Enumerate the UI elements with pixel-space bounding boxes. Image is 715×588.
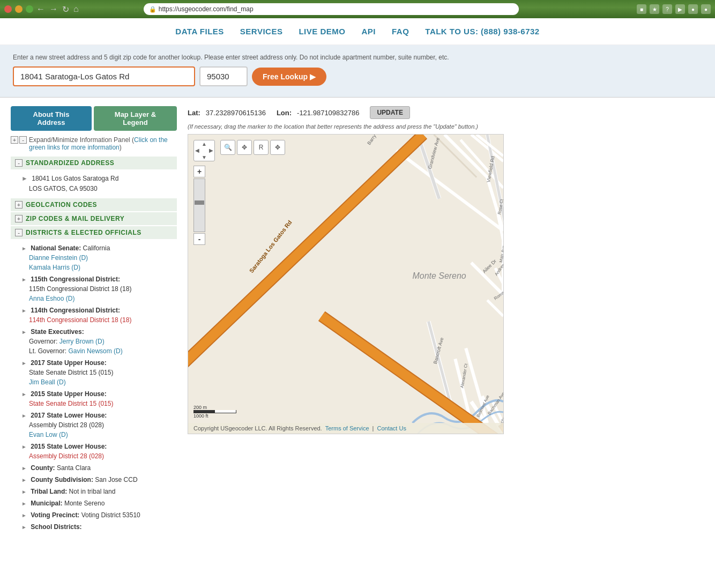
district-114th-congress: ► 114th Congressional District: 114th Co… [21,306,172,325]
county-subdivision-label: County Subdivision: [31,476,93,483]
map-footer: Copyright USgeocoder LLC. All Rights Res… [188,423,503,434]
district-2015-lower: ► 2015 State Lower House: Assembly Distr… [21,442,172,461]
voting-precinct-label: Voting Precinct: [31,511,79,519]
assembly-2015-link[interactable]: Assembly District 28 (028) [29,452,104,460]
section-title-districts: DISTRICTS & ELECTED OFFICIALS [26,229,141,236]
address-input[interactable] [13,66,195,86]
district-2015-upper: ► 2015 State Upper House: State Senate D… [21,389,172,408]
nav-services[interactable]: SERVICES [240,27,283,36]
state-exec-label: State Executives: [31,328,84,336]
section-zip[interactable]: + ZIP CODES & MAIL DELIVERY [11,212,177,225]
district-municipal: ► Municipal: Monte Sereno [21,498,172,508]
scale-half [194,410,215,413]
tab-row: About This Address Map Layer & Legend [11,106,177,131]
zip-input[interactable] [199,66,248,86]
terms-of-service-link[interactable]: Terms of Service [325,425,369,431]
zoom-out-btn[interactable]: - [193,233,205,245]
update-button[interactable]: UPDATE [370,106,409,119]
dianne-feinstein-link[interactable]: Dianne Feinstein (D) [29,254,88,262]
nav-center [201,147,208,154]
congress-114-link[interactable]: 114th Congressional District 18 (18) [29,316,131,324]
scale-label-1000ft: 1000 ft [193,413,236,419]
nav-cell-bl [194,154,201,161]
nav-faq[interactable]: FAQ [392,27,409,36]
expand-icon-plus[interactable]: + [11,136,18,144]
map-svg: Grandview Ave Viewfield Rd Barry Ln Rose… [188,135,503,434]
move-tool-btn[interactable]: ✥ [237,140,252,155]
tab-about-address[interactable]: About This Address [11,106,92,131]
nav-right-btn[interactable]: ▶ [207,147,214,154]
nav-up-btn[interactable]: ▲ [201,140,208,147]
section-toggle-districts[interactable]: - [15,229,23,236]
home-icon[interactable]: ⌂ [73,4,79,14]
extension-icon-3[interactable]: ▶ [675,4,685,14]
section-geolocation[interactable]: + GEOLCATION CODES [11,198,177,211]
refresh-icon[interactable]: ↻ [62,4,69,14]
row-arrow-icon-9: ► [21,465,27,471]
search-tool-btn[interactable]: 🔍 [220,140,235,155]
section-districts[interactable]: - DISTRICTS & ELECTED OFFICIALS [11,226,177,239]
address-bar[interactable]: 🔒 https://usgeocoder.com/find_map [144,3,519,15]
map-container[interactable]: Grandview Ave Viewfield Rd Barry Ln Rose… [188,134,504,434]
browser-maximize-btn[interactable] [26,5,33,13]
forward-icon[interactable]: → [49,4,58,14]
nav-api[interactable]: API [361,27,376,36]
address-line2: LOS GATOS, CA 95030 [29,185,98,192]
expand-icon-minus[interactable]: - [19,136,27,144]
zoom-track[interactable] [193,178,205,232]
nav-cell-tr [207,140,214,147]
senate-2015-link[interactable]: State Senate District 15 (015) [29,400,113,407]
municipal-label: Municipal: [31,500,62,507]
nav-live-demo[interactable]: LIVE DEMO [299,27,345,36]
section-content-districts: ► National Senate: California Dianne Fei… [11,240,177,538]
extension-icon-1[interactable]: ■ [637,4,646,14]
map-controls: ▲ ◀ ▶ ▼ + - [193,140,215,245]
browser-close-btn[interactable] [4,5,12,13]
browser-toolbar-icons: ■ ★ ? ▶ ● ● [637,4,711,14]
kamala-harris-link[interactable]: Kamala Harris (D) [29,264,80,271]
section-toggle-geo[interactable]: + [15,201,23,209]
row-arrow-icon-13: ► [21,512,27,518]
extension-icon-4[interactable]: ● [688,4,698,14]
district-2017-upper: ► 2017 State Upper House: State Senate D… [21,358,172,387]
nav-left-btn[interactable]: ◀ [194,147,201,154]
congress-114-label: 114th Congressional District: [31,307,120,314]
browser-minimize-btn[interactable] [15,5,23,13]
scale-bar: 200 m 1000 ft [193,405,236,419]
coords-row: Lat: 37.2328970615136 Lon: -121.98710983… [188,106,704,119]
nav-data-files[interactable]: DATA FILES [175,27,224,36]
district-school: ► School Districts: [21,522,172,532]
nav-contact[interactable]: TALK TO US: (888) 938-6732 [425,27,539,36]
jerry-brown-link[interactable]: Jerry Brown (D) [59,338,105,345]
back-icon[interactable]: ← [36,4,45,14]
right-panel: Lat: 37.2328970615136 Lon: -121.98710983… [188,106,704,538]
section-toggle-zip[interactable]: + [15,215,23,222]
contact-us-link[interactable]: Contact Us [377,425,406,431]
jim-beall-link[interactable]: Jim Beall (D) [29,378,66,386]
evan-low-link[interactable]: Evan Low (D) [29,431,68,438]
section-title-address: STANDARDIZED ADDRESS [26,159,114,167]
section-toggle-address[interactable]: - [15,159,23,167]
nav-down-btn[interactable]: ▼ [201,154,208,161]
lock-icon: 🔒 [149,6,157,13]
section-standardized-address[interactable]: - STANDARDIZED ADDRESS [11,157,177,169]
tab-map-layer[interactable]: Map Layer & Legend [94,106,177,131]
nav-cell-tl [194,140,201,147]
star-icon[interactable]: ★ [650,4,659,14]
row-arrow-icon-3: ► [21,308,27,314]
section-title-zip: ZIP CODES & MAIL DELIVERY [26,215,124,222]
extension-icon-5[interactable]: ● [701,4,711,14]
reset-tool-btn[interactable]: R [254,140,269,155]
anna-eshoo-link[interactable]: Anna Eshoo (D) [29,295,75,302]
lower-2015-label: 2015 State Lower House: [31,443,107,450]
extension-icon-2[interactable]: ? [662,4,672,14]
address-item: ► 18041 Los Gatos Saratoga Rd LOS GATOS,… [21,174,172,194]
lookup-button[interactable]: Free Lookup ▶ [252,68,326,86]
search-row: Free Lookup ▶ [13,66,702,86]
row-arrow-icon-10: ► [21,477,27,483]
footer-separator: | [373,425,374,431]
fullscreen-tool-btn[interactable]: ✥ [270,140,285,155]
gavin-newsom-link[interactable]: Gavin Newsom (D) [68,347,122,355]
footer-copyright: Copyright USgeocoder LLC. All Rights Res… [193,425,322,431]
zoom-in-btn[interactable]: + [193,166,205,177]
